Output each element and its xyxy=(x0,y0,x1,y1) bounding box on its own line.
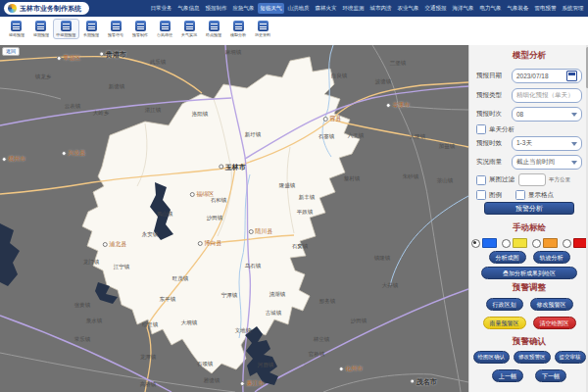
tab-6[interactable]: 台风路径 xyxy=(153,19,177,39)
grid-label: 显示格点 xyxy=(528,191,554,200)
tab-2[interactable]: 中短期预报 xyxy=(53,19,79,39)
tab-label: 长期预报 xyxy=(83,32,99,37)
topnav-item-7[interactable]: 环境监测 xyxy=(340,3,367,14)
chevron-down-icon xyxy=(571,142,577,146)
tab-label: 预警制作 xyxy=(132,32,148,37)
tab-icon xyxy=(160,21,171,31)
tab-label: 模型分析 xyxy=(230,32,246,37)
map-back-button[interactable]: 返回 xyxy=(2,47,20,56)
tab-8[interactable]: 格点预报 xyxy=(202,19,226,39)
plot-color-option-1[interactable] xyxy=(502,238,527,248)
confirm-button-0[interactable]: 绘图区确认 xyxy=(473,351,511,364)
forecast-type-value: 精细化预报（单天） xyxy=(516,91,574,100)
overlay-result-button[interactable]: 叠加分析成果到绘区 xyxy=(481,267,577,279)
manual-plot-title: 手动标绘 xyxy=(469,222,588,234)
warning-adjust-title: 预警调整 xyxy=(469,282,588,294)
app-title: 玉林市业务制作系统 xyxy=(20,4,81,14)
manual-plot-button-0[interactable]: 分析成图 xyxy=(489,251,526,264)
forecast-date-input[interactable]: 2023/07/18 xyxy=(512,69,582,83)
filter-checkbox[interactable] xyxy=(476,175,486,185)
tab-bar: 短临预报短期预报中短期预报长期预报预警信号预警制作台风路径天气实况格点预报模型分… xyxy=(0,17,588,48)
app-window: 玉林市业务制作系统 日常业务气象信息预报制作应急气象短临天气山洪地质森林火灾环境… xyxy=(0,0,588,392)
rain-select[interactable]: 截止当前时间 xyxy=(512,155,582,170)
topnav-item-0[interactable]: 日常业务 xyxy=(148,3,174,14)
analysis-panel: 模型分析 预报日期 2023/07/18 预报类型 精细化预报（单天） 预报时次… xyxy=(468,45,588,392)
warning-adjust-buttons: 行政区划修改预警区雨量预警区清空绘图区 xyxy=(469,298,588,329)
tab-icon xyxy=(184,21,195,31)
adjust-button-3[interactable]: 清空绘图区 xyxy=(533,317,576,329)
tab-9[interactable]: 模型分析 xyxy=(226,19,251,39)
tab-label: 历史资料 xyxy=(255,32,270,37)
tab-icon xyxy=(35,21,46,31)
topnav-item-6[interactable]: 森林火灾 xyxy=(313,3,339,14)
grid-checkbox[interactable] xyxy=(515,190,525,200)
tab-label: 短临预报 xyxy=(8,32,24,37)
tab-7[interactable]: 天气实况 xyxy=(177,19,202,39)
adjust-button-2[interactable]: 雨量预警区 xyxy=(483,317,526,329)
single-day-checkbox[interactable] xyxy=(476,124,486,134)
confirm-button-2[interactable]: 提交审核 xyxy=(555,351,586,364)
adjust-button-1[interactable]: 修改预警区 xyxy=(530,298,573,311)
radio-icon xyxy=(532,239,541,248)
forecast-time-value: 08 xyxy=(516,111,523,118)
map-canvas[interactable]: 贵港市玉林市茂名市覃塘区横州市兴业县容县福绵区陆川县博白县浦北县岑溪市廉江市化州… xyxy=(0,45,468,392)
color-swatch xyxy=(482,238,497,248)
lead-time-select[interactable]: 1-3天 xyxy=(512,136,582,151)
tab-10[interactable]: 历史资料 xyxy=(251,19,275,39)
tab-icon xyxy=(111,21,122,31)
topnav-item-13[interactable]: 气象装备 xyxy=(505,3,531,14)
lead-time-label: 预报时效 xyxy=(476,139,512,148)
rain-label: 实况雨量 xyxy=(476,158,512,167)
tab-4[interactable]: 预警信号 xyxy=(104,19,128,39)
topnav-item-3[interactable]: 应急气象 xyxy=(230,3,257,14)
plot-color-option-2[interactable] xyxy=(532,238,558,248)
next-button[interactable]: 下一幅 xyxy=(535,369,566,382)
top-bar: 玉林市业务制作系统 日常业务气象信息预报制作应急气象短临天气山洪地质森林火灾环境… xyxy=(0,0,588,17)
chevron-down-icon xyxy=(571,161,577,165)
tab-0[interactable]: 短临预报 xyxy=(4,19,28,39)
calendar-icon[interactable] xyxy=(566,71,577,81)
topnav-item-10[interactable]: 交通预报 xyxy=(422,3,449,14)
manual-plot-button-1[interactable]: 轨迹分析 xyxy=(533,251,570,264)
plot-color-option-3[interactable] xyxy=(563,238,588,248)
tab-label: 短期预报 xyxy=(32,32,48,37)
radio-icon xyxy=(471,239,480,248)
topnav-item-15[interactable]: 系统管理 xyxy=(560,3,586,14)
chevron-down-icon xyxy=(571,113,577,117)
warning-analyze-button[interactable]: 预警分析 xyxy=(484,202,574,215)
topnav-item-9[interactable]: 农业气象 xyxy=(395,3,421,14)
forecast-time-select[interactable]: 08 xyxy=(512,107,582,122)
tab-icon xyxy=(209,21,220,31)
app-logo-icon xyxy=(8,4,17,13)
topnav-item-2[interactable]: 预报制作 xyxy=(203,3,229,14)
warning-confirm-buttons: 绘图区确认修改预警区提交审核 xyxy=(469,351,588,364)
topnav-item-8[interactable]: 城市内涝 xyxy=(368,3,394,14)
tab-3[interactable]: 长期预报 xyxy=(79,19,104,39)
tab-icon xyxy=(258,21,269,31)
confirm-button-1[interactable]: 修改预警区 xyxy=(514,351,551,364)
map-base-layer xyxy=(0,45,468,392)
filter-area-input[interactable] xyxy=(518,173,546,186)
topnav-item-4[interactable]: 短临天气 xyxy=(258,3,284,14)
topnav-item-1[interactable]: 气象信息 xyxy=(175,3,202,14)
tab-1[interactable]: 短期预报 xyxy=(28,19,53,39)
forecast-time-label: 预报时次 xyxy=(476,110,512,119)
tab-label: 天气实况 xyxy=(181,32,197,37)
color-swatch xyxy=(513,238,527,248)
radio-icon xyxy=(502,239,511,248)
topnav-item-11[interactable]: 海洋气象 xyxy=(450,3,476,14)
plot-color-options xyxy=(469,238,588,248)
topnav-item-5[interactable]: 山洪地质 xyxy=(285,3,312,14)
plot-color-option-0[interactable] xyxy=(471,238,497,248)
legend-checkbox[interactable] xyxy=(476,190,486,200)
tab-label: 中短期预报 xyxy=(56,32,75,37)
topnav-item-14[interactable]: 雷电预警 xyxy=(532,3,559,14)
prev-button[interactable]: 上一幅 xyxy=(492,369,523,382)
app-logo[interactable]: 玉林市业务制作系统 xyxy=(4,2,89,15)
forecast-type-input: 精细化预报（单天） xyxy=(512,88,582,103)
topnav-item-12[interactable]: 电力气象 xyxy=(477,3,504,14)
adjust-button-0[interactable]: 行政区划 xyxy=(486,298,523,311)
tab-5[interactable]: 预警制作 xyxy=(128,19,153,39)
lead-time-value: 1-3天 xyxy=(516,139,532,148)
tab-icon xyxy=(233,21,244,31)
